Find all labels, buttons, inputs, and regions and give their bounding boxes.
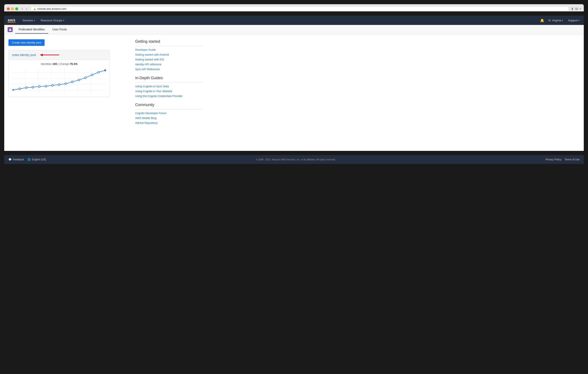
identities-value: 165: [52, 62, 57, 65]
identity-pool-card: notes identity pool Identities 165: [9, 50, 110, 97]
services-caret: ▾: [34, 19, 35, 21]
browser-chrome: ‹ › 🔒 console.aws.amazon.com ⬆ ⧉ +: [4, 4, 584, 11]
feedback-link[interactable]: 💬 Feedback: [9, 158, 24, 161]
sidebar-link-mobile-blog[interactable]: AWS Mobile Blog: [135, 117, 203, 120]
sidebar-in-depth: In-Depth Guides Using Cognito to Sync Da…: [135, 76, 203, 98]
pool-stats: Identities 165 | Change 79.3%: [9, 60, 110, 67]
language-link[interactable]: 🌐 English (US): [27, 158, 46, 161]
aws-logo: aws: [8, 18, 16, 23]
community-heading: Community: [135, 103, 203, 109]
svg-point-24: [84, 77, 86, 79]
region-label: N. Virginia: [548, 19, 561, 22]
terms-of-use-link[interactable]: Terms of Use: [565, 158, 579, 161]
pool-header: notes identity pool: [9, 50, 110, 60]
resource-groups-nav[interactable]: Resource Groups ▾: [40, 16, 65, 25]
region-caret: ▾: [562, 19, 563, 21]
arrow-indicator: [38, 53, 63, 57]
sidebar-link-android[interactable]: Getting started with Android: [135, 53, 203, 56]
maximize-button[interactable]: [15, 7, 18, 10]
sidebar-link-github[interactable]: GitHub Repository: [135, 121, 203, 124]
url-text: console.aws.amazon.com: [37, 7, 66, 10]
share-button[interactable]: ⬆: [571, 7, 574, 11]
navbar-right: 🔔 N. Virginia ▾ Support ▾: [540, 18, 580, 22]
getting-started-heading: Getting started: [135, 39, 203, 46]
footer-left: 💬 Feedback 🌐 English (US): [9, 158, 46, 161]
sidebar-link-website[interactable]: Using Cognito in Your Website: [135, 90, 203, 93]
feedback-label: Feedback: [13, 158, 24, 161]
close-button[interactable]: [7, 7, 10, 10]
sidebar-link-sync-api[interactable]: Sync API Reference: [135, 68, 203, 71]
sidebar-link-forum[interactable]: Cognito Developer Forum: [135, 112, 203, 115]
content-left: Create new identity pool notes identity …: [9, 39, 127, 146]
svg-point-27: [104, 69, 106, 71]
sidebar-link-ios[interactable]: Getting started with iOS: [135, 58, 203, 61]
sidebar-link-identity-api[interactable]: Identity API reference: [135, 63, 203, 66]
user-pools-label: User Pools: [52, 28, 67, 31]
traffic-lights: [7, 7, 18, 10]
cognito-icon: [8, 27, 13, 32]
language-label: English (US): [32, 158, 46, 161]
resource-groups-caret: ▾: [63, 19, 64, 21]
create-identity-pool-button[interactable]: Create new identity pool: [9, 39, 45, 46]
tab-user-pools[interactable]: User Pools: [49, 26, 70, 34]
svg-point-20: [58, 84, 60, 85]
sidebar-community: Community Cognito Developer Forum AWS Mo…: [135, 103, 203, 124]
pool-name[interactable]: notes identity pool: [12, 53, 36, 57]
change-value: 79.3%: [70, 62, 77, 65]
footer-copyright: © 2008 - 2017, Amazon Web Services, Inc.…: [46, 158, 546, 161]
sidebar-link-sync-data[interactable]: Using Cognito to Sync Data: [135, 85, 203, 88]
new-tab-button[interactable]: +: [579, 7, 581, 11]
forward-button[interactable]: ›: [25, 7, 28, 11]
red-arrow-icon: [38, 53, 63, 57]
footer-right: Privacy Policy Terms of Use: [546, 158, 579, 161]
chart-container: [9, 67, 110, 97]
svg-point-13: [12, 89, 14, 91]
aws-logo-text: aws: [8, 18, 15, 22]
address-bar[interactable]: 🔒 console.aws.amazon.com: [31, 6, 569, 11]
federated-identities-label: Federated Identities: [19, 28, 45, 31]
tab-button[interactable]: ⧉: [575, 7, 578, 11]
back-button[interactable]: ‹: [20, 7, 24, 11]
sidebar-getting-started: Getting started Developer Guide Getting …: [135, 39, 203, 71]
svg-point-25: [91, 74, 93, 76]
identities-label: Identities: [41, 62, 52, 65]
aws-main: Create new identity pool notes identity …: [4, 34, 584, 151]
aws-logo-bar: [8, 22, 16, 23]
lock-icon: 🔒: [33, 8, 36, 10]
minimize-button[interactable]: [11, 7, 14, 10]
svg-point-21: [65, 83, 66, 85]
separator: |: [58, 62, 59, 65]
resource-groups-label: Resource Groups: [41, 19, 62, 22]
chart-svg: [12, 68, 106, 93]
svg-point-16: [32, 86, 34, 88]
globe-icon: 🌐: [27, 158, 31, 161]
svg-point-22: [71, 81, 73, 83]
browser-toolbar: ‹ › 🔒 console.aws.amazon.com ⬆ ⧉ +: [7, 6, 581, 11]
svg-point-26: [98, 71, 99, 73]
aws-window: aws Services ▾ Resource Groups ▾ 🔔 N. Vi…: [4, 16, 584, 151]
sidebar-link-credentials[interactable]: Using the Cognito Credentials Provider: [135, 95, 203, 98]
aws-navbar: aws Services ▾ Resource Groups ▾ 🔔 N. Vi…: [4, 16, 584, 25]
svg-point-23: [78, 79, 80, 81]
nav-buttons: ‹ ›: [20, 7, 29, 11]
support-caret: ▾: [578, 19, 579, 21]
support-nav[interactable]: Support ▾: [567, 19, 580, 22]
privacy-policy-link[interactable]: Privacy Policy: [546, 158, 561, 161]
change-label: Change: [59, 62, 69, 65]
svg-point-14: [19, 88, 21, 90]
in-depth-heading: In-Depth Guides: [135, 76, 203, 83]
svg-point-15: [25, 87, 27, 88]
svg-point-19: [52, 84, 53, 86]
browser-actions: ⬆ ⧉ +: [571, 7, 581, 11]
region-nav[interactable]: N. Virginia ▾: [548, 19, 564, 22]
sidebar-link-developer-guide[interactable]: Developer Guide: [135, 48, 203, 51]
content-right: Getting started Developer Guide Getting …: [135, 39, 203, 146]
tab-federated-identities[interactable]: Federated Identities: [15, 26, 48, 34]
aws-subnav: Federated Identities User Pools: [4, 25, 584, 34]
svg-marker-2: [40, 54, 43, 56]
bell-icon[interactable]: 🔔: [540, 18, 544, 22]
aws-footer: 💬 Feedback 🌐 English (US) © 2008 - 2017,…: [4, 155, 584, 164]
svg-point-17: [39, 85, 40, 87]
services-label: Services: [22, 19, 33, 22]
services-nav[interactable]: Services ▾: [21, 16, 36, 25]
